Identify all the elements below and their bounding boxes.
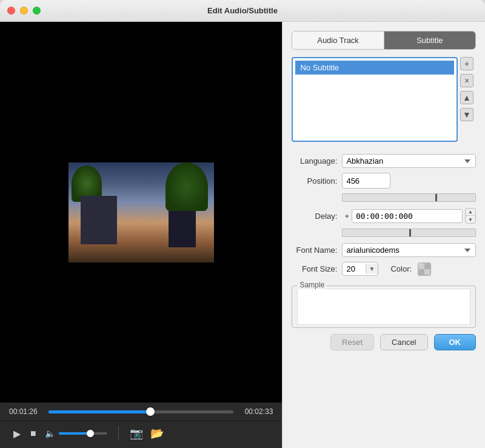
video-building-left — [81, 196, 117, 244]
sample-content — [297, 289, 470, 325]
bottom-buttons: Reset Cancel OK — [292, 334, 476, 350]
progress-track[interactable] — [48, 410, 233, 413]
sample-area: Sample — [292, 286, 476, 328]
color-label: Color: — [390, 264, 412, 273]
font-name-row: Font Name: arialunicodems — [292, 243, 476, 257]
video-area — [0, 22, 282, 403]
controls-bar: ▶ ■ 🔈 📷 📂 — [0, 421, 282, 448]
add-subtitle-button[interactable]: + — [460, 57, 473, 70]
folder-icon[interactable]: 📂 — [150, 427, 164, 440]
traffic-lights — [7, 7, 41, 15]
font-size-wrap: 20 ▼ Color: — [342, 262, 431, 276]
tabs: Audio Track Subtitle — [292, 31, 476, 50]
main-window: Edit Audio/Subtitle 00:01:26 00:02:33 — [0, 0, 485, 448]
font-name-control: arialunicodems — [342, 243, 476, 257]
controls-divider — [118, 426, 119, 441]
cancel-button[interactable]: Cancel — [380, 334, 427, 350]
font-name-label: Font Name: — [292, 246, 337, 255]
delay-label: Delay: — [292, 212, 337, 221]
position-input[interactable] — [343, 175, 390, 187]
list-side-buttons: + × ▲ ▼ — [460, 57, 473, 121]
subtitle-list: No Subtitle — [293, 58, 457, 141]
minimize-button[interactable] — [20, 7, 28, 15]
delay-input-area: + ▲ ▼ — [342, 208, 476, 224]
maximize-button[interactable] — [33, 7, 41, 15]
font-size-value: 20 — [343, 262, 365, 275]
tab-audio-track[interactable]: Audio Track — [292, 32, 384, 49]
settings-panel: Audio Track Subtitle No Subtitle + × ▲ ▼ — [282, 22, 485, 448]
delay-slider-thumb[interactable] — [409, 229, 411, 236]
position-slider-track[interactable] — [342, 193, 476, 202]
font-size-label: Font Size: — [292, 264, 337, 273]
position-slider-thumb[interactable] — [435, 194, 437, 201]
tab-subtitle[interactable]: Subtitle — [384, 32, 475, 49]
stop-button[interactable]: ■ — [29, 427, 38, 440]
remove-subtitle-button[interactable]: × — [460, 74, 473, 87]
main-area: 00:01:26 00:02:33 ▶ ■ 🔈 — [0, 22, 485, 448]
video-panel: 00:01:26 00:02:33 ▶ ■ 🔈 — [0, 22, 282, 448]
delay-row: Delay: + ▲ ▼ — [292, 208, 476, 224]
svg-rect-1 — [424, 269, 429, 274]
position-label: Position: — [292, 176, 337, 186]
reset-button[interactable]: Reset — [330, 334, 374, 350]
volume-track[interactable] — [59, 432, 107, 435]
volume-fill — [59, 432, 90, 435]
progress-bar-area: 00:01:26 00:02:33 — [0, 403, 282, 421]
delay-spin-buttons: ▲ ▼ — [465, 208, 476, 224]
delay-spin-up[interactable]: ▲ — [466, 209, 475, 216]
delay-slider-track[interactable] — [342, 229, 476, 237]
delay-spin-down[interactable]: ▼ — [466, 216, 475, 223]
subtitle-item-no-subtitle[interactable]: No Subtitle — [295, 61, 454, 75]
video-tree-right — [166, 162, 208, 211]
move-up-button[interactable]: ▲ — [460, 91, 473, 104]
svg-rect-0 — [420, 264, 424, 269]
language-label: Language: — [292, 156, 337, 165]
font-size-dropdown-wrap: 20 ▼ — [342, 262, 378, 276]
language-select[interactable]: Abkhazian — [342, 154, 476, 168]
progress-fill — [48, 410, 150, 413]
language-row: Language: Abkhazian — [292, 154, 476, 168]
delay-input[interactable] — [352, 209, 463, 223]
video-building-right — [169, 211, 196, 247]
progress-thumb[interactable] — [146, 407, 155, 416]
volume-icon: 🔈 — [45, 429, 55, 438]
titlebar: Edit Audio/Subtitle — [0, 0, 485, 22]
font-size-arrow[interactable]: ▼ — [366, 264, 378, 274]
move-down-button[interactable]: ▼ — [460, 108, 473, 121]
font-size-row: Font Size: 20 ▼ Color: — [292, 262, 476, 276]
svg-rect-3 — [420, 269, 424, 274]
camera-icon[interactable]: 📷 — [130, 427, 143, 440]
delay-sign: + — [344, 212, 349, 221]
time-total: 00:02:33 — [239, 407, 273, 416]
close-button[interactable] — [7, 7, 15, 15]
language-control: Abkhazian — [342, 154, 476, 168]
time-current: 00:01:26 — [9, 407, 42, 416]
ok-button[interactable]: OK — [434, 334, 477, 350]
color-swatch[interactable] — [418, 262, 431, 276]
position-row: Position: ▲ ▼ — [292, 173, 476, 189]
volume-area: 🔈 — [45, 429, 107, 438]
video-thumbnail — [69, 162, 214, 262]
window-title: Edit Audio/Subtitle — [207, 6, 278, 15]
position-slider-row — [292, 193, 476, 202]
position-input-wrap: ▲ ▼ — [342, 173, 390, 189]
play-button[interactable]: ▶ — [12, 427, 22, 441]
subtitle-list-area: No Subtitle — [292, 57, 458, 142]
delay-slider-row — [292, 229, 476, 237]
volume-thumb[interactable] — [87, 430, 94, 437]
svg-rect-2 — [424, 264, 429, 269]
font-name-select[interactable]: arialunicodems — [342, 243, 476, 257]
sample-legend: Sample — [297, 281, 327, 289]
subtitle-list-container: No Subtitle + × ▲ ▼ — [292, 57, 458, 148]
